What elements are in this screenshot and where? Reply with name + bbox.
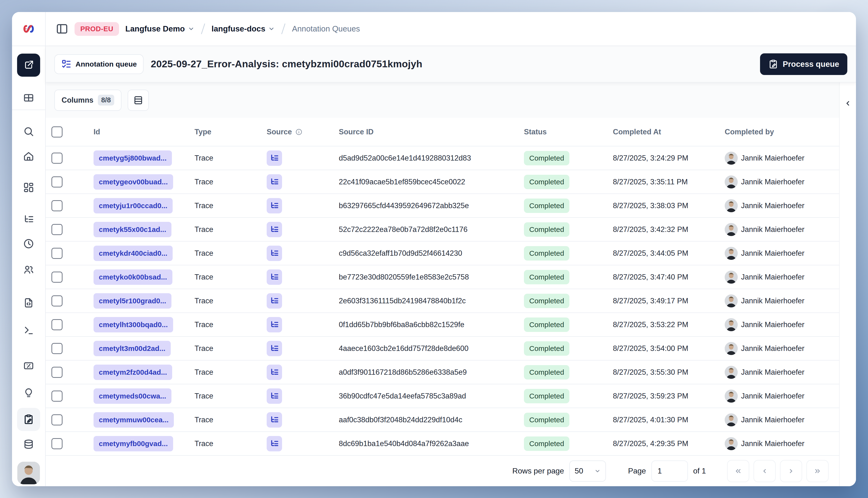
item-id-link[interactable]: cmetyk55x00c1ad... (93, 222, 171, 237)
column-header-type[interactable]: Type (189, 128, 261, 136)
column-header-source-id[interactable]: Source ID (333, 128, 518, 136)
home-icon[interactable] (21, 148, 36, 164)
source-trace-button[interactable] (267, 150, 282, 166)
table-row[interactable]: cmetyju1r00ccad0... Trace b63297665cfd44… (46, 194, 839, 217)
table-row[interactable]: cmetymmuw00cea... Trace aaf0c38db0f3f204… (46, 408, 839, 431)
item-id-link[interactable]: cmetylht300bqad0... (93, 317, 173, 332)
page-number-input[interactable] (651, 460, 688, 482)
column-header-completed-at[interactable]: Completed At (607, 128, 719, 136)
item-id-link[interactable]: cmetyl5r100grad0... (93, 293, 171, 309)
table-row[interactable]: cmetylt3m00d2ad... Trace 4aaece1603cb2e1… (46, 336, 839, 360)
source-trace-button[interactable] (267, 222, 282, 237)
table-row[interactable]: cmetyl5r100grad0... Trace 2e603f31361115… (46, 289, 839, 313)
annotation-queue-table: Columns 8/8 Id Type Source Source I (46, 82, 839, 486)
table-row[interactable]: cmetymyfb00gvad... Trace 8dc69b1ba1e540b… (46, 431, 839, 455)
source-trace-button[interactable] (267, 412, 282, 428)
column-header-id[interactable]: Id (88, 128, 189, 136)
row-checkbox[interactable] (51, 319, 63, 330)
evaluation-icon[interactable] (21, 358, 36, 373)
open-external-icon[interactable] (17, 54, 40, 77)
completed-by-avatar (725, 152, 738, 165)
table-view-icon[interactable] (21, 90, 36, 105)
completed-by-avatar (725, 390, 738, 403)
source-trace-button[interactable] (267, 365, 282, 380)
status-badge: Completed (524, 246, 569, 261)
row-checkbox[interactable] (51, 224, 63, 235)
row-checkbox[interactable] (51, 176, 63, 187)
row-checkbox[interactable] (51, 153, 63, 164)
previous-page-button[interactable] (753, 460, 776, 482)
sessions-icon[interactable] (21, 236, 36, 251)
row-checkbox[interactable] (51, 248, 63, 259)
row-checkbox[interactable] (51, 272, 63, 283)
item-id-link[interactable]: cmetymyfb00gvad... (93, 436, 173, 451)
completed-by-name: Jannik Maierhoefer (741, 320, 804, 329)
item-id-link[interactable]: cmetyko0k00bsad... (93, 270, 172, 285)
item-id-link[interactable]: cmetykdr400ciad0... (93, 246, 173, 261)
sidebar-toggle-icon[interactable] (56, 23, 68, 35)
column-header-source[interactable]: Source (261, 128, 333, 136)
table-row[interactable]: cmetygeov00buad... Trace 22c41f09acae5b1… (46, 170, 839, 194)
column-header-completed-by[interactable]: Completed by (719, 128, 839, 136)
row-checkbox[interactable] (51, 200, 63, 211)
source-id: aaf0c38db0f3f2048b24dd229df10d4c (333, 416, 518, 424)
playground-icon[interactable] (21, 323, 36, 338)
row-checkbox[interactable] (51, 343, 63, 354)
select-all-checkbox[interactable] (51, 127, 63, 137)
column-header-status[interactable]: Status (518, 128, 607, 136)
item-id-link[interactable]: cmetygeov00buad... (93, 174, 173, 189)
source-trace-button[interactable] (267, 270, 282, 285)
item-id-link[interactable]: cmetymeds00cwa... (93, 389, 171, 404)
columns-button[interactable]: Columns 8/8 (54, 90, 121, 111)
list-tree-icon (270, 439, 279, 448)
tracing-icon[interactable] (21, 212, 36, 227)
row-checkbox[interactable] (51, 296, 63, 306)
row-checkbox[interactable] (51, 367, 63, 378)
project-switcher[interactable]: langfuse-docs (211, 24, 275, 34)
source-trace-button[interactable] (267, 293, 282, 309)
source-trace-button[interactable] (267, 246, 282, 261)
rows-per-page-select[interactable]: 50 (569, 460, 606, 482)
item-id-link[interactable]: cmetyg5j800bwad... (93, 150, 172, 166)
source-trace-button[interactable] (267, 436, 282, 451)
prompts-icon[interactable] (21, 295, 36, 311)
users-icon[interactable] (21, 262, 36, 277)
annotation-queues-icon[interactable] (17, 408, 40, 431)
next-page-button[interactable] (780, 460, 802, 482)
item-id-link[interactable]: cmetylt3m00d2ad... (93, 341, 171, 356)
item-id-link[interactable]: cmetym2fz00d4ad... (93, 365, 172, 380)
item-id-link[interactable]: cmetyju1r00ccad0... (93, 198, 173, 213)
table-row[interactable]: cmetym2fz00d4ad... Trace a0df3f901167218… (46, 360, 839, 384)
checklist-icon (61, 59, 72, 69)
langfuse-logo[interactable] (12, 12, 45, 46)
org-switcher[interactable]: Langfuse Demo (125, 24, 195, 34)
row-height-button[interactable] (128, 90, 149, 111)
source-trace-button[interactable] (267, 341, 282, 356)
row-checkbox[interactable] (51, 391, 63, 402)
source-trace-button[interactable] (267, 174, 282, 189)
source-trace-button[interactable] (267, 389, 282, 404)
table-row[interactable]: cmetyko0k00bsad... Trace be7723e30d80205… (46, 265, 839, 289)
user-avatar[interactable] (17, 462, 40, 484)
source-trace-button[interactable] (267, 317, 282, 332)
item-id-link[interactable]: cmetymmuw00cea... (93, 412, 174, 428)
row-checkbox[interactable] (51, 414, 63, 425)
page-title: 2025-09-27_Error-Analysis: cmetybzmi00cr… (151, 58, 422, 70)
table-row[interactable]: cmetyg5j800bwad... Trace d5ad9d52a00c6e1… (46, 146, 839, 170)
collapse-panel-button[interactable] (843, 97, 852, 109)
insights-icon[interactable] (21, 385, 36, 401)
last-page-button[interactable] (806, 460, 829, 482)
table-row[interactable]: cmetykdr400ciad0... Trace c9d56ca32efaff… (46, 241, 839, 265)
list-tree-icon (270, 225, 279, 234)
table-row[interactable]: cmetylht300bqad0... Trace 0f1dd65b7bb9bf… (46, 313, 839, 336)
table-row[interactable]: cmetymeds00cwa... Trace 36b90cdfc47e5da1… (46, 384, 839, 408)
process-queue-button[interactable]: Process queue (760, 53, 847, 75)
datasets-icon[interactable] (21, 437, 36, 452)
first-page-button[interactable] (727, 460, 749, 482)
source-trace-button[interactable] (267, 198, 282, 213)
completed-at: 8/27/2025, 3:35:11 PM (607, 178, 719, 186)
dashboards-icon[interactable] (21, 180, 36, 195)
search-icon[interactable] (21, 124, 36, 139)
row-checkbox[interactable] (51, 438, 63, 449)
table-row[interactable]: cmetyk55x00c1ad... Trace 52c72c2222ea78e… (46, 217, 839, 241)
